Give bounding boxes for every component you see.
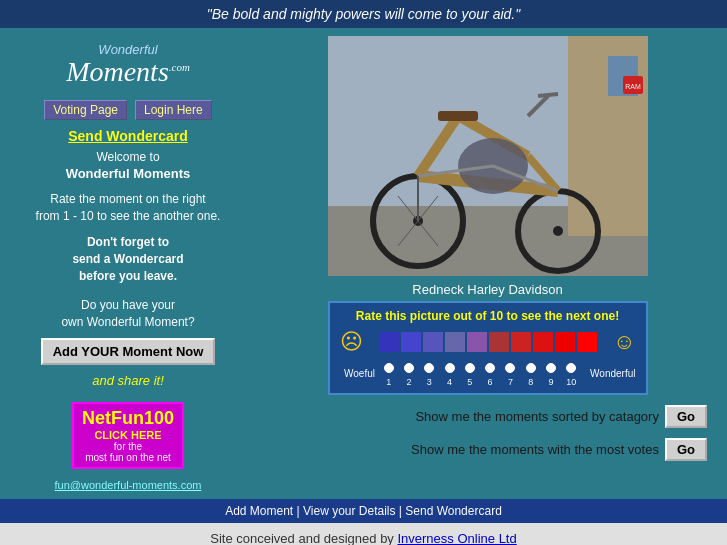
netfun-subtitle: for themost fun on the net (82, 441, 174, 463)
netfun-banner[interactable]: NetFun100 CLICK HERE for themost fun on … (72, 402, 184, 469)
rating-title: Rate this picture out of 10 to see the n… (340, 309, 636, 323)
add-moment-button[interactable]: Add YOUR Moment Now (41, 338, 216, 365)
sort-votes-text: Show me the moments with the most votes (284, 442, 659, 457)
nav-links: Voting Page Login Here (44, 100, 211, 120)
radio-5[interactable] (465, 363, 475, 373)
quote-text: "Be bold and mighty powers will come to … (207, 6, 520, 22)
view-details-nav-link[interactable]: View your Details (303, 504, 395, 518)
welcome-title: Wonderful Moments (66, 166, 191, 181)
top-banner: "Be bold and mighty powers will come to … (0, 0, 727, 28)
rating-swatch-9[interactable] (555, 332, 575, 352)
radio-col-8[interactable]: 8 (526, 359, 536, 387)
send-wondercard-link[interactable]: Send Wondercard (68, 128, 188, 144)
voting-page-link[interactable]: Voting Page (44, 100, 127, 120)
radio-2[interactable] (404, 363, 414, 373)
footer: Site conceived and designed by Inverness… (0, 523, 727, 545)
add-moment-nav-link[interactable]: Add Moment (225, 504, 293, 518)
bottom-nav: Add Moment | View your Details | Send Wo… (0, 499, 727, 523)
sort-votes-go-button[interactable]: Go (665, 438, 707, 461)
inverness-link[interactable]: Inverness Online Ltd (397, 531, 516, 545)
rating-box: Rate this picture out of 10 to see the n… (328, 301, 648, 395)
sort-category-go-button[interactable]: Go (665, 405, 707, 428)
left-panel: Wonderful Moments.com Voting Page Login … (8, 36, 248, 491)
rating-row: ☹ ☺ (340, 329, 636, 355)
radio-col-7[interactable]: 7 (505, 359, 515, 387)
logo-wonderful: Wonderful (66, 42, 190, 57)
radio-col-6[interactable]: 6 (485, 359, 495, 387)
login-here-link[interactable]: Login Here (135, 100, 212, 120)
sort-by-category-row: Show me the moments sorted by catagory G… (284, 405, 707, 428)
netfun-title: NetFun100 (82, 408, 174, 429)
woeful-label: Woeful (340, 368, 380, 379)
own-moment-text: Do you have yourown Wonderful Moment? (61, 297, 194, 331)
logo-moments: Moments.com (66, 57, 190, 88)
email-link[interactable]: fun@wonderful-moments.com (55, 479, 202, 491)
rating-swatch-5[interactable] (467, 332, 487, 352)
radio-10[interactable] (566, 363, 576, 373)
moment-image: RAM (328, 36, 648, 276)
rating-swatch-1[interactable] (379, 332, 399, 352)
sort-by-votes-row: Show me the moments with the most votes … (284, 438, 707, 461)
radio-col-2[interactable]: 2 (404, 359, 414, 387)
logo-container: Wonderful Moments.com (56, 36, 200, 94)
image-caption: Redneck Harley Davidson (412, 282, 562, 297)
radio-col-5[interactable]: 5 (465, 359, 475, 387)
happy-smiley: ☺ (613, 329, 635, 355)
radio-col-3[interactable]: 3 (424, 359, 434, 387)
rating-swatch-2[interactable] (401, 332, 421, 352)
footer-text: Site conceived and designed by (210, 531, 397, 545)
radio-col-1[interactable]: 1 (384, 359, 394, 387)
svg-point-7 (553, 226, 563, 236)
radio-6[interactable] (485, 363, 495, 373)
radio-7[interactable] (505, 363, 515, 373)
radio-4[interactable] (445, 363, 455, 373)
netfun-click: CLICK HERE (82, 429, 174, 441)
sort-section: Show me the moments sorted by catagory G… (256, 395, 719, 465)
rating-swatch-4[interactable] (445, 332, 465, 352)
share-text: and share it! (92, 373, 164, 388)
rating-swatch-8[interactable] (533, 332, 553, 352)
main-content: Wonderful Moments.com Voting Page Login … (0, 28, 727, 499)
radio-9[interactable] (546, 363, 556, 373)
wonderful-label: Wonderful (581, 368, 636, 379)
rating-swatch-10[interactable] (577, 332, 597, 352)
sad-smiley: ☹ (340, 329, 363, 355)
svg-line-14 (538, 94, 558, 96)
sort-category-text: Show me the moments sorted by catagory (284, 409, 659, 424)
moment-image-inner: RAM (328, 36, 648, 276)
rate-instruction: Rate the moment on the rightfrom 1 - 10 … (36, 191, 221, 225)
welcome-text: Welcome to (96, 150, 159, 164)
send-wondercard-nav-link[interactable]: Send Wondercard (405, 504, 502, 518)
svg-text:RAM: RAM (625, 83, 641, 90)
rating-swatch-6[interactable] (489, 332, 509, 352)
right-panel: RAM Redneck Harley Davidson Rate this pi… (256, 36, 719, 491)
radio-3[interactable] (424, 363, 434, 373)
rating-swatch-7[interactable] (511, 332, 531, 352)
radio-8[interactable] (526, 363, 536, 373)
radio-col-10[interactable]: 10 (566, 359, 576, 387)
wondercard-reminder: Don't forget tosend a Wondercardbefore y… (72, 234, 183, 284)
svg-rect-12 (438, 111, 478, 121)
radio-col-9[interactable]: 9 (546, 359, 556, 387)
radio-1[interactable] (384, 363, 394, 373)
radio-col-4[interactable]: 4 (445, 359, 455, 387)
rating-swatch-3[interactable] (423, 332, 443, 352)
